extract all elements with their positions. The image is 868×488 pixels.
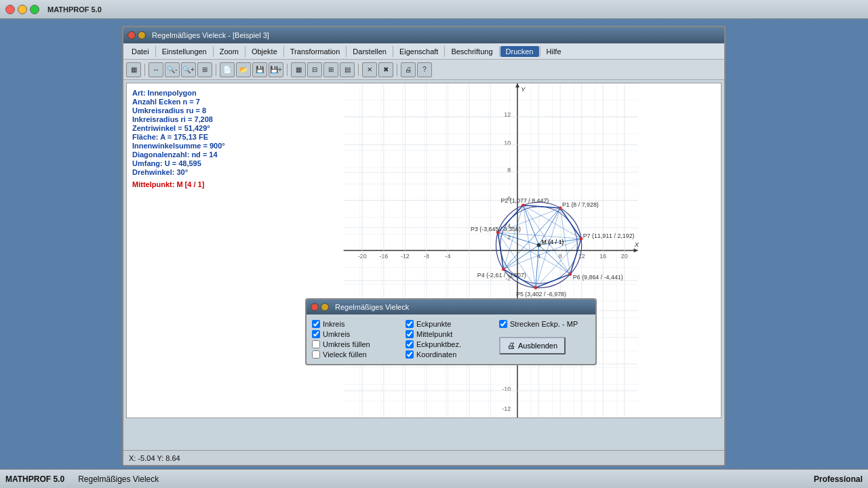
tb-table3-btn[interactable]: ⊞	[323, 62, 338, 77]
bottom-bar: X: -5.04 Y: 8.64	[123, 450, 724, 465]
max-btn[interactable]	[30, 5, 39, 14]
tb-sep-3	[287, 64, 288, 76]
svg-text:-12: -12	[502, 405, 511, 412]
tb-grid-btn[interactable]: ▦	[126, 62, 141, 77]
dialog-col-2: Eckpunkte Mittelpunkt Eckpunktbez. Koord…	[406, 320, 496, 359]
tb-print-btn[interactable]: 🖨	[401, 62, 416, 77]
tb-sep-1	[144, 64, 145, 76]
cb-strecken-row[interactable]: Strecken Eckp. - MP	[499, 320, 590, 328]
cb-eckpunktbez[interactable]	[406, 340, 414, 348]
cb-inkreis-row[interactable]: Inkreis	[312, 320, 403, 328]
svg-point-78	[559, 207, 562, 210]
status-bar: MATHPROF 5.0 Regelmäßiges Vieleck Profes…	[0, 469, 868, 488]
tb-table2-btn[interactable]: ⊟	[307, 62, 322, 77]
close-btn[interactable]	[5, 5, 15, 14]
tb-sep-5	[397, 64, 397, 76]
tb-help-btn[interactable]: ?	[417, 62, 432, 77]
tb-sep-4	[358, 64, 359, 76]
tb-zoomout-btn[interactable]: 🔍-	[165, 62, 180, 77]
svg-text:P5 (3,402 / -6,978): P5 (3,402 / -6,978)	[516, 291, 566, 298]
tb-open-btn[interactable]: 📂	[236, 62, 251, 77]
svg-text:P2 (1,077 / 8,447): P2 (1,077 / 8,447)	[500, 197, 549, 204]
cb-koordinaten[interactable]	[406, 350, 414, 359]
coordinates-display: X: -5.04 Y: 8.64	[129, 454, 180, 462]
svg-text:10: 10	[504, 140, 511, 146]
svg-text:M (4 / 1): M (4 / 1)	[542, 239, 564, 245]
graph-svg: X Y -20 -16 -12 -8 -4 4 8 12 16 20 12 10…	[127, 83, 721, 418]
svg-point-86	[534, 286, 537, 289]
svg-text:P6 (9,864 / -4,441): P6 (9,864 / -4,441)	[573, 274, 623, 281]
cb-mittelpunkt-row[interactable]: Mittelpunkt	[406, 330, 496, 338]
cb-umkreis-fuellen[interactable]	[312, 340, 320, 348]
tb-move-btn[interactable]: ↔	[149, 62, 163, 77]
cb-vieleck-fuellen[interactable]	[312, 350, 320, 359]
tb-sep-2	[216, 64, 216, 76]
tb-x-btn[interactable]: ✕	[362, 62, 377, 77]
float-content: Inkreis Umkreis Umkreis füllen Vieleck f…	[307, 314, 595, 364]
menu-eigenschaft[interactable]: Eigenschaft	[394, 46, 443, 57]
win-close-btn[interactable]	[127, 31, 136, 39]
cb-inkreis[interactable]	[312, 320, 320, 328]
menu-sep-7	[444, 46, 445, 57]
menu-beschriftung[interactable]: Beschriftung	[446, 46, 498, 57]
menu-hilfe[interactable]: Hilfe	[541, 46, 567, 57]
cb-mittelpunkt[interactable]	[406, 330, 414, 338]
menu-objekte[interactable]: Objekte	[246, 46, 283, 57]
cb-vieleck-fuellen-row[interactable]: Vieleck füllen	[312, 350, 403, 359]
menu-sep-6	[393, 46, 393, 57]
svg-point-88	[568, 272, 572, 276]
cb-umkreis[interactable]	[312, 330, 320, 338]
menu-sep-8	[499, 46, 500, 57]
tb-saveas-btn[interactable]: 💾+	[269, 62, 283, 77]
canvas-area: Art: Innenpolygon Anzahl Ecken n = 7 Umk…	[126, 83, 722, 418]
main-window: Regelmäßiges Vieleck - [Beispiel 3] Date…	[122, 26, 726, 466]
float-close-btn[interactable]	[311, 303, 319, 311]
status-app-label: MATHPROF 5.0	[5, 474, 64, 484]
menu-darstellen[interactable]: Darstellen	[347, 46, 392, 57]
win-min-btn[interactable]	[138, 31, 146, 39]
cb-eckpunkte-label: Eckpunkte	[416, 320, 451, 328]
menu-einstellungen[interactable]: Einstellungen	[157, 46, 212, 57]
svg-point-76	[537, 243, 541, 247]
cb-vieleck-fuellen-label: Vieleck füllen	[323, 350, 367, 359]
toolbar: ▦ ↔ 🔍- 🔍+ ⊞ 📄 📂 💾 💾+ ▦ ⊟ ⊞ ▤ ✕ ✖ 🖨 ?	[123, 60, 724, 80]
svg-point-80	[521, 203, 525, 207]
main-title-bar: Regelmäßiges Vieleck - [Beispiel 3]	[123, 27, 724, 43]
cb-inkreis-label: Inkreis	[323, 320, 344, 328]
menu-sep-3	[245, 46, 245, 57]
cb-eckpunkte[interactable]	[406, 320, 414, 328]
svg-text:-10: -10	[502, 386, 511, 392]
cb-koordinaten-row[interactable]: Koordinaten	[406, 350, 496, 359]
menu-datei[interactable]: Datei	[126, 46, 155, 57]
menu-sep-9	[540, 46, 540, 57]
tb-new-btn[interactable]: 📄	[220, 62, 235, 77]
svg-text:P4 (-2,61 / -3,507): P4 (-2,61 / -3,507)	[477, 272, 526, 279]
min-btn[interactable]	[18, 5, 27, 14]
tb-zoomin-btn[interactable]: 🔍+	[181, 62, 196, 77]
cb-eckpunkte-row[interactable]: Eckpunkte	[406, 320, 496, 328]
menu-sep-4	[283, 46, 284, 57]
float-dialog: Regelmäßiges Vieleck Inkreis Umkreis Umk…	[305, 298, 597, 365]
cb-umkreis-fuellen-row[interactable]: Umkreis füllen	[312, 340, 403, 348]
float-min-btn[interactable]	[321, 303, 329, 311]
cb-eckpunktbez-row[interactable]: Eckpunktbez.	[406, 340, 496, 348]
ausblenden-label: Ausblenden	[518, 342, 557, 350]
svg-text:P1 (8 / 7,928): P1 (8 / 7,928)	[562, 201, 599, 208]
menu-transformation[interactable]: Transformation	[285, 46, 346, 57]
menu-bar: Datei Einstellungen Zoom Objekte Transfo…	[123, 43, 724, 60]
tb-save-btn[interactable]: 💾	[252, 62, 267, 77]
menu-zoom[interactable]: Zoom	[214, 46, 244, 57]
dialog-col-1: Inkreis Umkreis Umkreis füllen Vieleck f…	[312, 320, 403, 359]
menu-sep-5	[346, 46, 347, 57]
tb-zoomfit-btn[interactable]: ⊞	[197, 62, 212, 77]
tb-table-btn[interactable]: ▦	[291, 62, 306, 77]
cb-umkreis-label: Umkreis	[323, 330, 350, 338]
svg-text:P7 (11,911 / 2,192): P7 (11,911 / 2,192)	[583, 232, 635, 239]
ausblenden-button[interactable]: 🖨 Ausblenden	[499, 337, 566, 354]
cb-strecken[interactable]	[499, 320, 507, 328]
menu-drucken[interactable]: Drucken	[500, 46, 539, 57]
tb-table4-btn[interactable]: ▤	[340, 62, 355, 77]
tb-delete-btn[interactable]: ✖	[378, 62, 393, 77]
status-window-label: Regelmäßiges Vieleck	[78, 474, 814, 484]
cb-umkreis-row[interactable]: Umkreis	[312, 330, 403, 338]
